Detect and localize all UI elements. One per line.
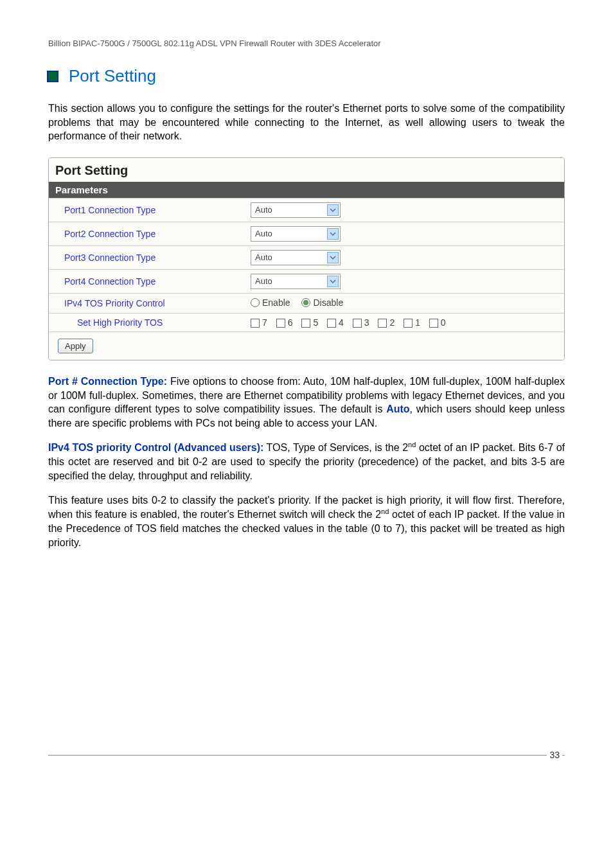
row-port2: Port2 Connection Type Auto — [49, 222, 564, 245]
section-heading-row: Port Setting — [48, 66, 565, 86]
port1-connection-type-select[interactable]: Auto — [251, 202, 341, 218]
tos-2-checkbox[interactable] — [378, 319, 387, 328]
port3-label: Port3 Connection Type — [49, 245, 244, 269]
enable-label: Enable — [262, 297, 290, 308]
port3-connection-type-select[interactable]: Auto — [251, 250, 341, 265]
p1-bold-auto: Auto — [386, 403, 409, 414]
tos-4-label: 4 — [339, 317, 344, 328]
disable-label: Disable — [313, 297, 343, 308]
p2-lead: IPv4 TOS priority Control (Advanced user… — [48, 443, 263, 454]
radio-icon — [251, 298, 260, 307]
apply-button[interactable]: Apply — [58, 339, 93, 353]
panel-subhead: Parameters — [49, 182, 564, 198]
chevron-down-icon — [327, 228, 339, 240]
tos-6-checkbox[interactable] — [276, 319, 285, 328]
page-footer: 33 — [48, 755, 565, 767]
tos-3-label: 3 — [364, 317, 369, 328]
port1-label: Port1 Connection Type — [49, 198, 244, 222]
tos-5-checkbox[interactable] — [301, 319, 310, 328]
section-title: Port Setting — [69, 66, 156, 86]
row-ipv4-tos: IPv4 TOS Priority Control Enable Disable — [49, 293, 564, 313]
chevron-down-icon — [327, 276, 339, 287]
port-setting-panel: Port Setting Parameters Port1 Connection… — [48, 157, 565, 360]
tos-7-checkbox[interactable] — [251, 319, 260, 328]
page-number: 33 — [547, 750, 562, 760]
tos-3-checkbox[interactable] — [353, 319, 362, 328]
para-port-connection: Port # Connection Type: Five options to … — [48, 375, 565, 430]
tos-1-checkbox[interactable] — [404, 319, 413, 328]
panel-title: Port Setting — [49, 158, 564, 182]
p2-sup: nd — [408, 441, 416, 448]
para-feature: This feature uses bits 0-2 to classify t… — [48, 493, 565, 550]
row-port4: Port4 Connection Type Auto — [49, 269, 564, 293]
port4-connection-type-select[interactable]: Auto — [251, 274, 341, 289]
chevron-down-icon — [327, 252, 339, 263]
radio-selected-icon — [301, 298, 310, 307]
set-high-tos-label: Set High Priority TOS — [49, 313, 244, 332]
chevron-down-icon — [327, 204, 339, 216]
p1-lead: Port # Connection Type: — [48, 376, 167, 387]
bullet-icon — [47, 71, 58, 82]
disable-radio[interactable]: Disable — [301, 297, 343, 308]
port2-value: Auto — [255, 229, 272, 238]
enable-radio[interactable]: Enable — [251, 297, 290, 308]
tos-5-label: 5 — [313, 317, 318, 328]
port2-connection-type-select[interactable]: Auto — [251, 226, 341, 242]
row-port3: Port3 Connection Type Auto — [49, 245, 564, 269]
intro-paragraph: This section allows you to configure the… — [48, 102, 565, 143]
port4-value: Auto — [255, 276, 272, 286]
row-apply: Apply — [49, 332, 564, 360]
tos-0-label: 0 — [441, 317, 446, 328]
p3-sup: nd — [381, 508, 389, 515]
doc-header: Billion BIPAC-7500G / 7500GL 802.11g ADS… — [48, 39, 565, 48]
tos-1-label: 1 — [415, 317, 420, 328]
port1-value: Auto — [255, 205, 272, 215]
port2-label: Port2 Connection Type — [49, 222, 244, 245]
port4-label: Port4 Connection Type — [49, 269, 244, 293]
row-port1: Port1 Connection Type Auto — [49, 198, 564, 222]
port3-value: Auto — [255, 252, 272, 262]
p2-body-a: TOS, Type of Services, is the 2 — [263, 443, 408, 454]
tos-7-label: 7 — [262, 317, 267, 328]
tos-2-label: 2 — [389, 317, 395, 328]
ipv4-tos-label: IPv4 TOS Priority Control — [49, 293, 244, 313]
tos-0-checkbox[interactable] — [429, 319, 438, 328]
para-ipv4-tos: IPv4 TOS priority Control (Advanced user… — [48, 440, 565, 483]
tos-6-label: 6 — [288, 317, 293, 328]
tos-4-checkbox[interactable] — [327, 319, 336, 328]
row-set-high-tos: Set High Priority TOS 7 6 5 4 3 2 1 0 — [49, 313, 564, 332]
